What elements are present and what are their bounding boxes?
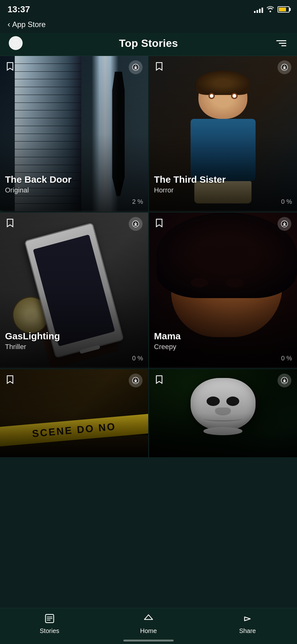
download-button[interactable] (129, 374, 143, 387)
download-button[interactable] (129, 217, 143, 231)
download-button[interactable] (278, 217, 291, 231)
story-percent: 2 % (132, 198, 143, 205)
story-title: Mama (154, 331, 292, 342)
home-label: Home (140, 627, 157, 635)
story-card-backdoor[interactable]: The Back Door Original 2 % (0, 56, 148, 212)
story-genre: Creepy (154, 343, 292, 351)
story-grid: The Back Door Original 2 % (0, 56, 297, 457)
story-card-mask[interactable] (149, 369, 297, 457)
battery-icon (278, 6, 289, 13)
status-bar: 13:37 (0, 0, 297, 18)
story-percent: 0 % (281, 198, 292, 205)
story-genre: Thriller (5, 343, 143, 351)
info-icon: ⓘ (13, 39, 19, 47)
info-button[interactable]: ⓘ (9, 36, 23, 50)
nav-bar: ‹ App Store (0, 18, 297, 33)
page-header: ⓘ Top Stories (0, 33, 297, 56)
bottom-spacer (0, 457, 297, 501)
story-progress-row: 0 % (154, 355, 292, 362)
nav-item-share[interactable]: Share (232, 613, 263, 635)
filter-icon (276, 40, 286, 46)
story-percent: 0 % (132, 355, 143, 362)
story-title: The Third Sister (154, 174, 292, 185)
bookmark-icon[interactable] (6, 374, 14, 386)
story-info-thirdsister: The Third Sister Horror 0 % (149, 174, 297, 212)
back-label: App Store (12, 20, 46, 29)
back-button[interactable]: ‹ App Store (8, 19, 46, 29)
story-progress-row: 2 % (5, 198, 143, 205)
filter-button[interactable] (274, 36, 288, 50)
page-title: Top Stories (119, 37, 178, 49)
bookmark-icon[interactable] (155, 218, 164, 229)
download-button[interactable] (278, 60, 291, 74)
story-progress-row: 0 % (5, 355, 143, 362)
story-title: The Back Door (5, 174, 143, 185)
download-button[interactable] (278, 374, 291, 387)
download-button[interactable] (129, 60, 143, 74)
share-icon (242, 613, 253, 625)
battery-fill (279, 8, 286, 11)
back-chevron-icon: ‹ (8, 19, 10, 29)
story-card-mama[interactable]: Mama Creepy 0 % (149, 213, 297, 368)
scene-bg: SCENE DO NO (0, 369, 148, 457)
mask-bg (149, 369, 297, 457)
story-card-thirdsister[interactable]: The Third Sister Horror 0 % (149, 56, 297, 212)
story-card-gaslighting[interactable]: GasLighting Thriller 0 % (0, 213, 148, 368)
story-progress-row: 0 % (154, 198, 292, 205)
bookmark-icon[interactable] (6, 61, 14, 72)
bookmark-icon[interactable] (155, 61, 164, 72)
story-title: GasLighting (5, 331, 143, 342)
signal-icon (254, 6, 263, 13)
nav-item-stories[interactable]: Stories (34, 613, 65, 635)
story-info-backdoor: The Back Door Original 2 % (0, 174, 148, 212)
status-time: 13:37 (8, 4, 30, 14)
story-percent: 0 % (281, 355, 292, 362)
share-label: Share (239, 627, 256, 635)
status-icons (254, 5, 289, 14)
story-info-gaslighting: GasLighting Thriller 0 % (0, 331, 148, 369)
home-icon (143, 613, 154, 625)
stories-icon (44, 613, 55, 625)
story-card-scene[interactable]: SCENE DO NO (0, 369, 148, 457)
svg-marker-11 (245, 617, 250, 621)
bookmark-icon[interactable] (155, 374, 164, 386)
bookmark-icon[interactable] (6, 218, 14, 229)
story-info-mama: Mama Creepy 0 % (149, 331, 297, 369)
stories-label: Stories (40, 627, 59, 635)
home-indicator (123, 640, 174, 641)
story-genre: Horror (154, 186, 292, 194)
wifi-icon (266, 5, 274, 14)
svg-marker-10 (144, 615, 153, 619)
story-genre: Original (5, 186, 143, 194)
nav-item-home[interactable]: Home (133, 613, 164, 635)
bottom-nav: Stories Home Share (0, 608, 297, 644)
